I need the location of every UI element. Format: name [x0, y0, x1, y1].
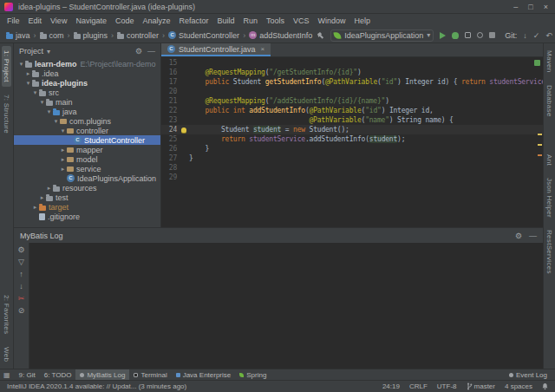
chevron-right-icon[interactable]: ▸: [59, 156, 67, 163]
tree-item-java[interactable]: ▾java: [14, 107, 160, 116]
tree-item-idea-plugins[interactable]: ▾idea-plugins: [14, 78, 160, 88]
status-message[interactable]: IntelliJ IDEA 2020.1.4 available: // Upd…: [7, 382, 186, 390]
tree-item-mapper[interactable]: ▸mapper: [14, 145, 160, 154]
settings-gear-icon[interactable]: ⚙: [515, 232, 522, 240]
code-line-24[interactable]: 24 Student student = new Student();: [161, 125, 543, 134]
chevron-down-icon[interactable]: ▾: [47, 48, 50, 56]
breadcrumb-studentcontroller[interactable]: StudentController: [167, 31, 240, 40]
git-rollback-icon[interactable]: ↶: [545, 31, 552, 40]
line-separator[interactable]: CRLF: [409, 382, 428, 390]
close-button[interactable]: ×: [544, 1, 548, 13]
tree-item-main[interactable]: ▾main: [14, 97, 160, 107]
code-editor[interactable]: 1516 @RequestMapping("/getStudentInfo/{i…: [161, 57, 543, 227]
chevron-down-icon[interactable]: ▾: [31, 89, 39, 96]
menu-build[interactable]: Build: [212, 16, 238, 25]
code-line-29[interactable]: 29: [161, 173, 543, 182]
mybatis-scroll-down-icon[interactable]: ↓: [19, 282, 23, 291]
mybatis-log-output[interactable]: [29, 243, 543, 369]
git-update-icon[interactable]: ↓: [523, 31, 527, 40]
chevron-down-icon[interactable]: ▾: [59, 127, 67, 134]
toolwindow-button-event-log[interactable]: Event Log: [505, 369, 552, 381]
mybatis-filter-icon[interactable]: ▽: [18, 258, 24, 266]
run-config-selector[interactable]: IdeaPluginsApplication ▾: [330, 29, 434, 42]
chevron-right-icon[interactable]: ▸: [38, 194, 46, 201]
code-line-15[interactable]: 15: [161, 58, 543, 68]
tree-item-resources[interactable]: ▸resources: [14, 183, 160, 193]
chevron-right-icon[interactable]: ▸: [45, 185, 53, 192]
tree-item-studentcontroller[interactable]: StudentController: [14, 135, 160, 145]
git-commit-icon[interactable]: ✓: [533, 31, 540, 40]
tree-item-idea[interactable]: ▸.idea: [14, 69, 160, 78]
stripe-button-web[interactable]: Web: [2, 343, 11, 366]
profiler-button[interactable]: [477, 32, 483, 38]
stripe-button-7-structure[interactable]: 7: Structure: [2, 90, 11, 138]
code-line-23[interactable]: 23 @PathVariable("name") String name) {: [161, 115, 543, 125]
tree-item-test[interactable]: ▸test: [14, 193, 160, 202]
build-hammer-icon[interactable]: [316, 31, 324, 40]
error-stripe-mark[interactable]: [538, 144, 542, 146]
code-line-22[interactable]: 22 public int addStudentInfo(@PathVariab…: [161, 106, 543, 115]
file-encoding[interactable]: UTF-8: [437, 382, 457, 390]
toolwindow-switcher-icon[interactable]: ▦: [3, 371, 10, 379]
stripe-button-1-project[interactable]: 1: Project: [2, 46, 11, 87]
toolwindow-button-spring[interactable]: Spring: [235, 369, 271, 381]
stop-button[interactable]: [489, 32, 495, 38]
code-line-16[interactable]: 16 @RequestMapping("/getStudentInfo/{id}…: [161, 68, 543, 77]
toolwindow-button-6-todo[interactable]: 6: TODO: [40, 369, 76, 381]
menu-view[interactable]: View: [46, 16, 71, 25]
menu-vcs[interactable]: VCS: [289, 16, 314, 25]
menu-code[interactable]: Code: [111, 16, 139, 25]
toolwindow-button-java-enterprise[interactable]: Java Enterprise: [172, 369, 236, 381]
tree-item-controller[interactable]: ▾controller: [14, 126, 160, 135]
tree-item-src[interactable]: ▾src: [14, 88, 160, 97]
chevron-down-icon[interactable]: ▾: [45, 108, 53, 115]
maximize-button[interactable]: □: [528, 1, 532, 13]
error-stripe-mark[interactable]: [538, 134, 542, 135]
coverage-button[interactable]: [465, 32, 471, 38]
chevron-right-icon[interactable]: ▸: [59, 166, 67, 173]
chevron-right-icon[interactable]: ▸: [24, 70, 32, 77]
menu-run[interactable]: Run: [239, 16, 263, 25]
settings-gear-icon[interactable]: ⚙: [135, 47, 142, 56]
error-stripe-mark[interactable]: [538, 154, 542, 156]
chevron-down-icon[interactable]: ▾: [38, 99, 46, 106]
toolwindow-button-terminal[interactable]: Terminal: [129, 369, 171, 381]
code-line-17[interactable]: 17 public Student getStudentInfo(@PathVa…: [161, 77, 543, 87]
menu-tools[interactable]: Tools: [262, 16, 289, 25]
minimize-button[interactable]: –: [513, 1, 518, 13]
code-line-28[interactable]: 28: [161, 163, 543, 173]
stripe-button-2-favorites[interactable]: 2: Favorites: [2, 291, 11, 338]
stripe-button-json-helper[interactable]: Json Helper: [545, 173, 554, 222]
chevron-down-icon[interactable]: ▾: [17, 61, 25, 68]
menu-file[interactable]: File: [3, 16, 24, 25]
caret-position[interactable]: 24:19: [382, 382, 400, 390]
mybatis-cut-icon[interactable]: ✂: [18, 294, 25, 303]
code-line-20[interactable]: 20: [161, 87, 543, 96]
code-line-27[interactable]: 27}: [161, 154, 543, 163]
intention-bulb-icon[interactable]: [179, 127, 189, 133]
git-branch-widget[interactable]: master: [467, 382, 495, 390]
mybatis-settings-icon[interactable]: ⚙: [17, 245, 24, 254]
breadcrumb-com[interactable]: com: [39, 31, 65, 40]
chevron-right-icon[interactable]: ▸: [59, 147, 67, 154]
menu-refactor[interactable]: Refactor: [174, 16, 212, 25]
tree-item-gitignore[interactable]: .gitignore: [14, 212, 160, 221]
stripe-button-restservices[interactable]: RestServices: [545, 225, 554, 278]
tree-item-learn-demo[interactable]: ▾learn-demo E:\Project\learn-demo: [14, 59, 160, 69]
code-line-26[interactable]: 26 }: [161, 144, 543, 154]
tree-item-com-plugins[interactable]: ▾com.plugins: [14, 116, 160, 126]
tree-item-service[interactable]: ▸service: [14, 164, 160, 173]
mybatis-scroll-up-icon[interactable]: ↑: [19, 270, 23, 278]
menu-navigate[interactable]: Navigate: [71, 16, 111, 25]
debug-button[interactable]: [452, 32, 459, 39]
minimize-panel-icon[interactable]: —: [529, 232, 537, 240]
close-icon[interactable]: ×: [261, 45, 265, 53]
stripe-button-ant[interactable]: Ant: [545, 150, 554, 170]
inspections-status-icon[interactable]: [534, 60, 540, 66]
tree-item-target[interactable]: ▸target: [14, 202, 160, 212]
breadcrumb-controller[interactable]: controller: [116, 31, 160, 40]
indent-status[interactable]: 4 spaces: [505, 382, 532, 390]
stripe-button-maven[interactable]: Maven: [545, 46, 554, 77]
tree-item-ideapluginsapplication[interactable]: IdeaPluginsApplication: [14, 173, 160, 183]
toolwindow-button-mybatis-log[interactable]: MyBatis Log: [75, 369, 129, 381]
